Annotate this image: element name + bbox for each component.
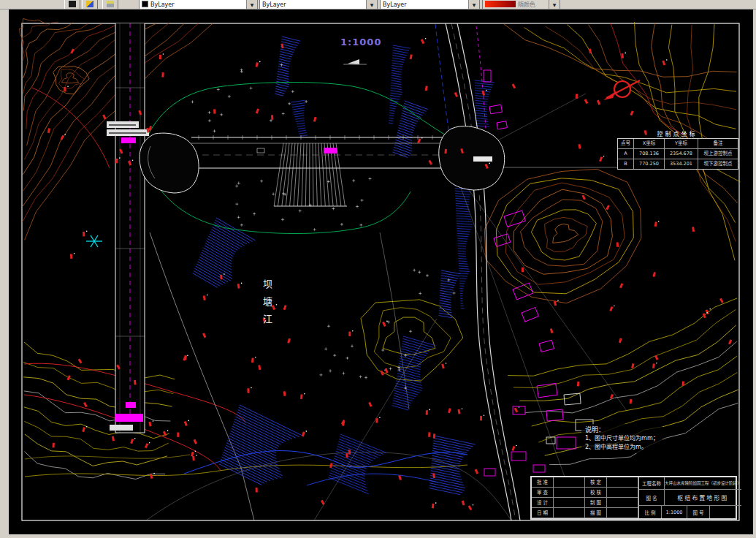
color-value: ByLayer — [150, 1, 175, 8]
lineweight-control-dropdown[interactable]: ByLayer ▼ — [380, 0, 480, 10]
plotstyle-value: 随颜色 — [518, 0, 535, 8]
chevron-down-icon[interactable]: ▼ — [246, 0, 257, 9]
layer-control-icon[interactable] — [64, 0, 80, 10]
chevron-down-icon[interactable]: ▼ — [468, 0, 479, 9]
layer-swatch-icon — [69, 1, 76, 7]
layer-properties-icon[interactable] — [82, 0, 98, 10]
plotstyle-swatch — [485, 1, 516, 7]
chevron-down-icon[interactable]: ▼ — [366, 0, 377, 9]
properties-toolbar: ByLayer ▼ ByLayer ▼ ByLayer ▼ 随颜色 ▼ — [0, 0, 756, 10]
layers-icon — [86, 1, 93, 7]
make-layer-current-icon[interactable] — [102, 0, 118, 10]
linetype-control-dropdown[interactable]: ByLayer ▼ — [259, 0, 378, 10]
linetype-value: ByLayer — [262, 1, 286, 8]
cad-drawing-canvas[interactable] — [0, 0, 756, 538]
chevron-down-icon[interactable]: ▼ — [549, 0, 560, 9]
color-swatch — [142, 1, 148, 7]
layer-stack-icon — [107, 1, 114, 7]
color-control-dropdown[interactable]: ByLayer ▼ — [139, 0, 258, 10]
plotstyle-control-dropdown[interactable]: 随颜色 ▼ — [482, 0, 560, 10]
lineweight-value: ByLayer — [383, 1, 407, 8]
